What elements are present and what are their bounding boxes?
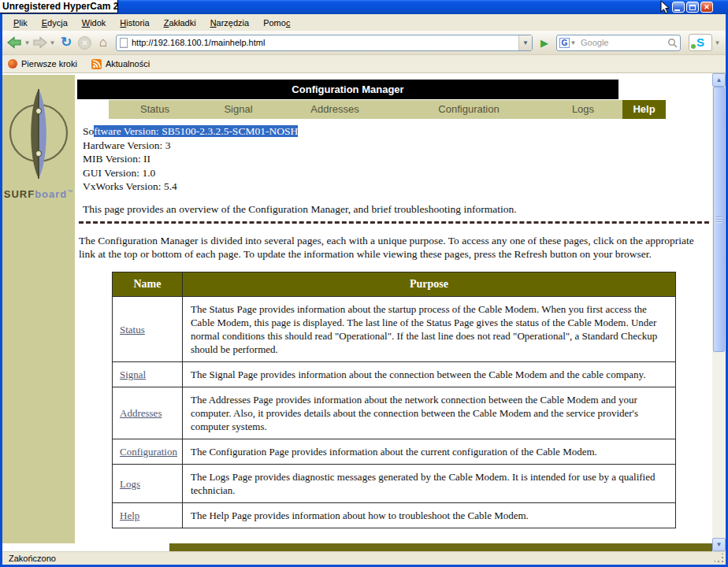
minimize-icon — [674, 9, 680, 11]
table-row: HelpThe Help Page provides information a… — [113, 502, 676, 528]
menu-pomoc[interactable]: Pomoc — [256, 16, 297, 30]
browser-viewport: SURFboard™ Configuration Manager StatusS… — [2, 73, 712, 551]
menu-narzedzia[interactable]: Narzędzia — [203, 16, 257, 30]
forward-arrow-icon — [32, 36, 47, 49]
help-table: Name Purpose StatusThe Status Page provi… — [112, 272, 676, 528]
version-line: VxWorks Version: 5.4 — [83, 180, 712, 194]
purpose-text: The Signal Page provides information abo… — [182, 361, 675, 387]
tab-signal[interactable]: Signal — [201, 100, 276, 119]
purpose-text: The Help Page provides information about… — [182, 502, 675, 528]
column-header-name: Name — [113, 272, 183, 296]
menu-plik[interactable]: Plik — [6, 16, 35, 30]
tab-help[interactable]: Help — [622, 100, 666, 119]
page-favicon-icon — [120, 38, 128, 48]
link-help[interactable]: Help — [120, 510, 139, 521]
forward-button[interactable] — [32, 33, 47, 52]
forward-dropdown[interactable]: ▼ — [49, 39, 56, 46]
page-title: Configuration Manager — [77, 80, 618, 99]
bookmark-label: Pierwsze kroki — [21, 59, 77, 69]
brand-board: board — [35, 188, 67, 200]
reload-button[interactable]: ↻ — [58, 34, 75, 51]
magnifier-icon[interactable] — [667, 38, 678, 48]
version-lines: Hardware Version: 3MIB Version: IIGUI Ve… — [83, 139, 712, 194]
url-bar[interactable]: http://192.168.100.1/mainhelp.html ▼ — [116, 35, 533, 51]
table-row: SignalThe Signal Page provides informati… — [113, 361, 676, 387]
help-table-body: StatusThe Status Page provides informati… — [113, 296, 676, 528]
tab-status[interactable]: Status — [109, 100, 201, 119]
go-button[interactable]: ▶ — [537, 37, 552, 49]
description-text: The Configuration Manager is divided int… — [79, 234, 705, 261]
title-bar[interactable]: Unregistered HyperCam 2 ✕ — [0, 0, 728, 14]
link-status[interactable]: Status — [120, 324, 145, 335]
link-addresses[interactable]: Addresses — [120, 407, 162, 419]
scrollbar-grip — [716, 217, 722, 223]
bookmark-pierwsze-kroki[interactable]: Pierwsze kroki — [8, 59, 77, 69]
google-engine-icon: G — [559, 38, 570, 48]
close-button[interactable]: ✕ — [700, 2, 713, 13]
software-version-selected-text: ftware Version: SB5100-2.3.2.5-SCM01-NOS… — [94, 125, 298, 137]
stop-button[interactable]: ✕ — [78, 36, 91, 50]
surfboard-logo — [6, 84, 72, 183]
maximize-button[interactable] — [686, 2, 699, 13]
page-tabs: StatusSignalAddressesConfigurationLogsHe… — [109, 100, 666, 119]
bottom-nav-bar — [169, 543, 712, 551]
window-title: Unregistered HyperCam 2 — [0, 0, 118, 13]
tab-logs[interactable]: Logs — [544, 100, 622, 119]
surfboard-sidebar: SURFboard™ — [2, 75, 75, 543]
purpose-text: The Logs Page provides diagnostic messag… — [182, 464, 675, 502]
scrollbar-thumb[interactable] — [713, 87, 725, 352]
surfboard-wordmark: SURFboard™ — [2, 188, 75, 200]
column-header-purpose: Purpose — [182, 272, 675, 296]
version-info: Software Version: SB5100-2.3.2.5-SCM01-N… — [83, 124, 712, 194]
purpose-text: The Addresses Page provides information … — [182, 387, 675, 439]
dashed-divider — [79, 221, 709, 224]
skype-dropdown[interactable]: ▼ — [714, 39, 721, 46]
skype-status-dot — [691, 44, 696, 49]
tab-addresses[interactable]: Addresses — [276, 100, 394, 119]
name-cell: Help — [113, 502, 183, 528]
url-history-dropdown[interactable]: ▼ — [518, 35, 532, 50]
scroll-up-button[interactable]: ▲ — [712, 73, 726, 87]
purpose-text: The Status Page provides information abo… — [182, 296, 675, 361]
bookmark-aktualnosci[interactable]: Aktualności — [91, 59, 150, 69]
tab-configuration[interactable]: Configuration — [394, 100, 544, 119]
link-signal[interactable]: Signal — [120, 369, 146, 380]
status-text: Zakończono — [9, 554, 56, 563]
version-line-software: Software Version: SB5100-2.3.2.5-SCM01-N… — [83, 124, 712, 139]
software-version-prefix: So — [83, 125, 94, 137]
name-cell: Logs — [113, 464, 183, 502]
name-cell: Configuration — [113, 439, 183, 464]
navigation-toolbar: ▼ ▼ ↻ ✕ ⌂ http://192.168.100.1/mainhelp.… — [2, 31, 726, 55]
menu-historia[interactable]: Historia — [113, 16, 156, 30]
search-placeholder[interactable]: Google — [577, 38, 667, 47]
skype-extension-button[interactable]: S — [689, 34, 712, 51]
name-cell: Status — [113, 296, 183, 361]
menu-widok[interactable]: Widok — [75, 16, 113, 30]
back-dropdown[interactable]: ▼ — [24, 39, 31, 46]
home-button[interactable]: ⌂ — [95, 35, 112, 50]
table-header-row: Name Purpose — [113, 272, 676, 296]
search-bar[interactable]: G ▼ Google — [556, 35, 681, 51]
url-text[interactable]: http://192.168.100.1/mainhelp.html — [132, 38, 518, 47]
rss-icon — [91, 59, 102, 69]
application-window: Unregistered HyperCam 2 ✕ PlikEdycjaWido… — [0, 0, 728, 567]
link-logs[interactable]: Logs — [120, 478, 140, 490]
bookmarks-bar: Pierwsze kroki Aktualności — [2, 55, 726, 73]
resize-grip[interactable] — [715, 554, 725, 564]
vertical-scrollbar[interactable]: ▲ ▼ — [712, 73, 726, 551]
menu-bar: PlikEdycjaWidokHistoriaZakładkiNarzędzia… — [2, 14, 726, 31]
scroll-down-button[interactable]: ▼ — [712, 538, 726, 551]
maximize-icon — [689, 5, 696, 10]
menu-edycja[interactable]: Edycja — [35, 16, 75, 30]
version-line: Hardware Version: 3 — [83, 139, 712, 153]
page-content: Configuration Manager StatusSignalAddres… — [75, 73, 712, 551]
brand-surf: SURF — [4, 188, 35, 200]
back-button[interactable] — [7, 33, 22, 52]
bookmark-label: Aktualności — [106, 59, 150, 69]
minimize-button[interactable] — [672, 2, 685, 13]
brand-trademark: ™ — [67, 189, 73, 195]
table-row: AddressesThe Addresses Page provides inf… — [113, 387, 676, 439]
link-configuration[interactable]: Configuration — [120, 446, 177, 458]
menu-zakladki[interactable]: Zakładki — [157, 16, 203, 30]
search-engine-dropdown[interactable]: ▼ — [570, 39, 577, 46]
